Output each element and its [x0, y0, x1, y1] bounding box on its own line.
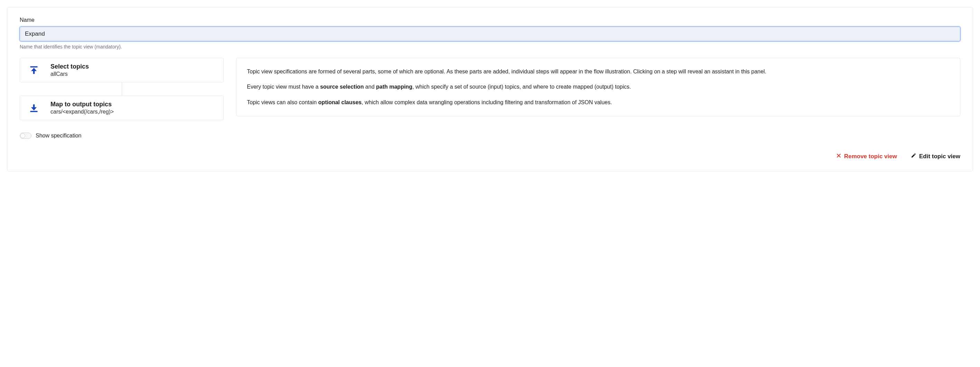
info-paragraph-2: Every topic view must have a source sele…: [247, 82, 950, 91]
close-icon: [836, 153, 842, 160]
info-paragraph-1: Topic view specifications are formed of …: [247, 67, 950, 76]
info-panel: Topic view specifications are formed of …: [236, 58, 960, 116]
step-body: Map to output topics cars/<expand(/cars,…: [51, 101, 114, 115]
show-spec-label: Show specification: [36, 132, 82, 139]
name-label: Name: [20, 17, 960, 23]
step-title: Select topics: [51, 63, 89, 70]
svg-rect-0: [30, 66, 38, 67]
info-paragraph-3: Topic views can also contain optional cl…: [247, 98, 950, 107]
toggle-knob: [21, 133, 25, 138]
pencil-icon: [911, 153, 916, 160]
edit-topic-view-button[interactable]: Edit topic view: [911, 153, 960, 160]
upload-icon: [27, 63, 41, 77]
step-body: Select topics allCars: [51, 63, 89, 77]
remove-label: Remove topic view: [844, 153, 897, 160]
show-spec-row: Show specification: [20, 132, 960, 139]
show-spec-toggle[interactable]: [20, 132, 32, 139]
step-map-output[interactable]: Map to output topics cars/<expand(/cars,…: [20, 96, 224, 120]
name-help-text: Name that identifies the topic view (man…: [20, 44, 960, 49]
actions-row: Remove topic view Edit topic view: [20, 153, 960, 160]
flow-column: Select topics allCars Map to output topi…: [20, 58, 224, 120]
step-title: Map to output topics: [51, 101, 114, 108]
remove-topic-view-button[interactable]: Remove topic view: [836, 153, 897, 160]
step-subtitle: allCars: [51, 71, 89, 77]
edit-label: Edit topic view: [919, 153, 960, 160]
download-icon: [27, 101, 41, 115]
name-input[interactable]: [20, 27, 960, 41]
flow-connector: [122, 82, 122, 96]
step-select-topics[interactable]: Select topics allCars: [20, 58, 224, 82]
svg-rect-1: [30, 111, 38, 112]
step-subtitle: cars/<expand(/cars,/reg)>: [51, 109, 114, 115]
topic-view-panel: Name Name that identifies the topic view…: [7, 7, 973, 171]
content-row: Select topics allCars Map to output topi…: [20, 58, 960, 120]
